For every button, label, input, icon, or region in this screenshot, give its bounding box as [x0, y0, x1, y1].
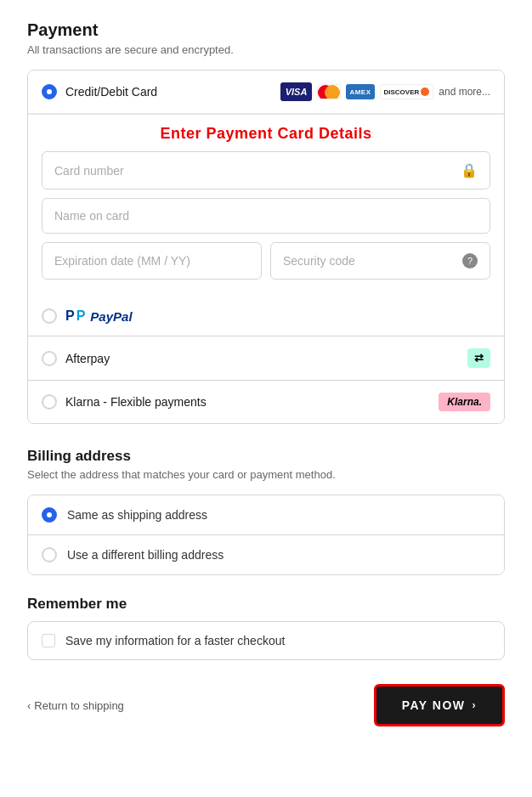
afterpay-arrows-icon: ⇄ [474, 352, 484, 365]
name-on-card-input[interactable] [54, 209, 478, 223]
expiry-input[interactable] [54, 254, 249, 268]
billing-different-option[interactable]: Use a different billing address [28, 535, 504, 574]
paypal-logo: PP PayPal [65, 308, 133, 324]
klarna-badge: Klarna. [439, 393, 490, 411]
security-code-field[interactable]: ? [270, 242, 490, 280]
afterpay-label: Afterpay [65, 352, 110, 365]
paypal-option[interactable]: PP PayPal [28, 297, 504, 336]
klarna-label: Klarna - Flexible payments [65, 395, 207, 409]
pay-now-button[interactable]: PAY NOW › [374, 684, 505, 726]
remember-me-label: Save my information for a faster checkou… [65, 634, 285, 647]
credit-debit-label: Credit/Debit Card [65, 85, 157, 99]
card-form: Enter Payment Card Details 🔒 ? [28, 114, 504, 297]
page-title: Payment [27, 20, 505, 40]
chevron-left-icon: ‹ [27, 699, 31, 712]
name-on-card-field[interactable] [42, 198, 490, 234]
paypal-text: PayPal [90, 309, 132, 324]
mastercard-logo [317, 84, 341, 99]
expiry-field[interactable] [42, 242, 262, 280]
card-form-overlay-label: Enter Payment Card Details [42, 125, 490, 143]
billing-different-label: Use a different billing address [67, 548, 224, 562]
footer-row: ‹ Return to shipping PAY NOW › [27, 684, 505, 726]
billing-section: Billing address Select the address that … [27, 448, 505, 575]
page-subtitle: All transactions are secure and encrypte… [27, 43, 505, 56]
billing-title: Billing address [27, 448, 505, 465]
expiry-security-row: ? [42, 242, 490, 280]
billing-different-radio[interactable] [42, 547, 57, 562]
billing-same-label: Same as shipping address [67, 508, 207, 522]
visa-logo: VISA [280, 82, 313, 101]
credit-debit-radio[interactable] [42, 84, 57, 99]
remember-me-section: Remember me Save my information for a fa… [27, 596, 505, 660]
card-logos: VISA AMEX DISCOVER and more... [280, 82, 490, 101]
pay-now-label: PAY NOW [402, 698, 466, 712]
klarna-radio[interactable] [42, 394, 57, 410]
payment-options-wrapper: Credit/Debit Card VISA AMEX DISCOVER and… [27, 70, 505, 424]
billing-subtitle: Select the address that matches your car… [27, 468, 505, 481]
discover-logo: DISCOVER [380, 84, 434, 99]
remember-me-checkbox[interactable] [42, 634, 55, 647]
remember-me-box[interactable]: Save my information for a faster checkou… [27, 621, 505, 660]
paypal-radio[interactable] [42, 308, 57, 324]
security-code-input[interactable] [283, 254, 462, 268]
credit-debit-card-option[interactable]: Credit/Debit Card VISA AMEX DISCOVER and… [28, 71, 504, 114]
card-number-field[interactable]: 🔒 [42, 151, 490, 189]
klarna-option[interactable]: Klarna - Flexible payments Klarna. [28, 381, 504, 423]
afterpay-option[interactable]: Afterpay ⇄ [28, 336, 504, 381]
billing-options-wrapper: Same as shipping address Use a different… [27, 495, 505, 575]
remember-me-title: Remember me [27, 596, 505, 613]
afterpay-badge: ⇄ [467, 348, 490, 368]
and-more-text: and more... [439, 86, 490, 98]
billing-same-option[interactable]: Same as shipping address [28, 495, 504, 535]
security-code-help-icon[interactable]: ? [462, 253, 478, 268]
chevron-right-icon: › [473, 699, 478, 711]
return-to-shipping-label: Return to shipping [34, 699, 124, 712]
afterpay-radio[interactable] [42, 351, 57, 366]
lock-icon: 🔒 [461, 162, 478, 178]
billing-same-radio[interactable] [42, 507, 57, 523]
amex-logo: AMEX [346, 84, 374, 99]
return-to-shipping-link[interactable]: ‹ Return to shipping [27, 699, 124, 712]
card-number-input[interactable] [54, 164, 461, 178]
